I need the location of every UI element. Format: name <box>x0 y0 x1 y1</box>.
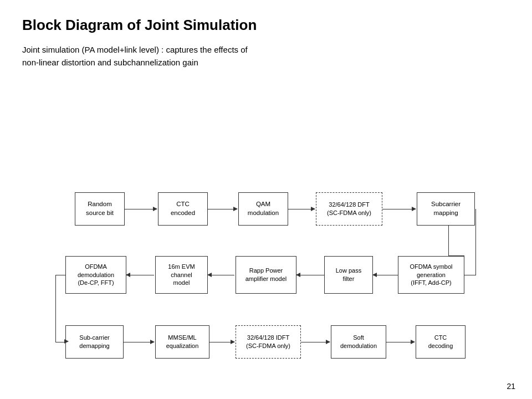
arrow-r1-2 <box>208 209 237 209</box>
arrow-r2-3 <box>208 275 234 275</box>
lpf-block: Low passfilter <box>324 256 373 294</box>
channel-model-block: 16m EVMchannelmodel <box>155 256 208 294</box>
arrow-r3-3 <box>301 342 330 342</box>
mmse-eq-block: MMSE/MLequalization <box>155 325 209 359</box>
arrow-r3-4 <box>386 342 415 342</box>
block-diagram: Randomsource bit CTCencoded QAMmodulatio… <box>22 84 510 323</box>
ctc-decoding-block: CTCdecoding <box>416 325 466 359</box>
arrow-r3-2 <box>209 342 234 342</box>
subcarrier-demapping-block: Sub-carrierdemapping <box>65 325 124 359</box>
right-bus-h <box>464 275 475 275</box>
left-bus-arrow <box>64 339 69 344</box>
horiz-conn-right-1 <box>448 255 464 256</box>
arrow-r2-5 <box>373 275 398 275</box>
left-bus-v <box>55 275 56 342</box>
arrow-r1-4 <box>382 209 416 209</box>
right-bus-v <box>475 209 476 275</box>
ofdma-symbol-block: OFDMA symbolgeneration(IFFT, Add-CP) <box>398 256 464 294</box>
arrow-r3-1 <box>124 342 154 342</box>
ofdma-demod-block: OFDMAdemodulation(De-CP, FFT) <box>65 256 126 294</box>
page-number: 21 <box>507 382 515 391</box>
description-line2: non-linear distortion and subchannelizat… <box>22 58 198 67</box>
arrow-r2-4 <box>296 275 324 275</box>
arrow-r2-2 <box>126 275 154 275</box>
idft-block: 32/64/128 IDFT(SC-FDMA only) <box>236 325 301 359</box>
left-bus-h-top <box>55 275 65 275</box>
soft-demod-block: Softdemodulation <box>331 325 386 359</box>
dft-block: 32/64/128 DFT(SC-FDMA only) <box>316 192 382 226</box>
description: Joint simulation (PA model+link level) :… <box>22 44 510 69</box>
arrow-r1-1 <box>125 209 157 209</box>
page: Block Diagram of Joint Simulation Joint … <box>0 0 532 399</box>
arrow-r1-3 <box>288 209 315 209</box>
page-title: Block Diagram of Joint Simulation <box>22 17 510 34</box>
random-source-block: Randomsource bit <box>75 192 125 226</box>
subcarrier-mapping-block: Subcarriermapping <box>417 192 475 226</box>
vert-conn-right-1 <box>448 226 449 256</box>
rapp-pa-block: Rapp Poweramplifier model <box>236 256 296 294</box>
qam-mod-block: QAMmodulation <box>238 192 288 226</box>
ctc-encoded-block: CTCencoded <box>158 192 208 226</box>
description-line1: Joint simulation (PA model+link level) :… <box>22 45 248 54</box>
